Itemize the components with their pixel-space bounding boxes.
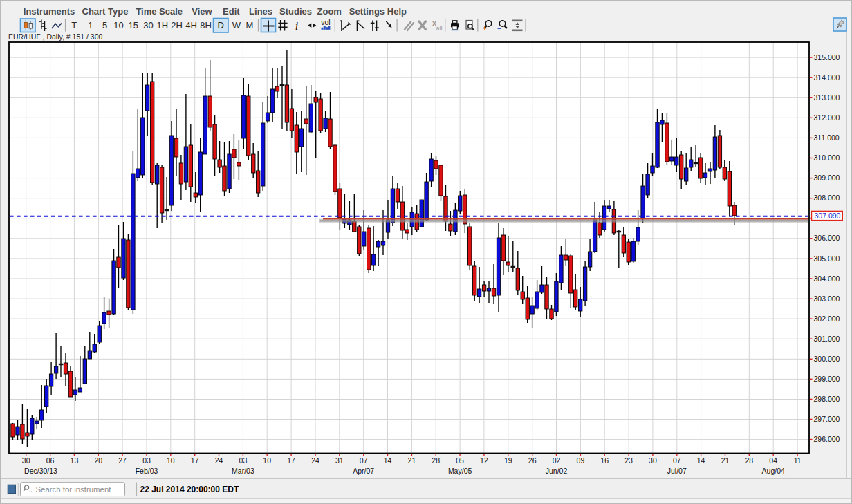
svg-text:297.000: 297.000 [814,415,840,423]
svg-text:10: 10 [113,20,123,30]
svg-text:30: 30 [22,456,30,465]
svg-text:i: i [295,20,298,32]
svg-text:Studies: Studies [279,6,312,17]
svg-text:28: 28 [745,456,753,465]
svg-text:17: 17 [191,456,199,465]
svg-text:13: 13 [71,456,79,465]
svg-text:309.000: 309.000 [814,174,840,182]
svg-text:Feb/03: Feb/03 [136,467,158,475]
svg-text:all: all [436,25,443,32]
svg-text:303.000: 303.000 [814,295,840,303]
svg-text:311.000: 311.000 [814,133,840,142]
svg-text:17: 17 [287,456,295,465]
svg-text:28: 28 [432,456,440,465]
svg-text:10: 10 [167,456,175,465]
svg-text:30: 30 [143,20,153,30]
svg-text:301.000: 301.000 [814,335,840,343]
svg-text:10: 10 [263,456,271,465]
svg-text:24: 24 [215,456,223,465]
svg-text:09: 09 [577,456,585,465]
svg-text:27: 27 [118,456,127,465]
svg-text:02: 02 [553,456,561,465]
svg-text:Lines: Lines [249,6,272,17]
svg-text:Jun/02: Jun/02 [546,467,568,475]
svg-text:16: 16 [600,456,609,465]
svg-text:296.000: 296.000 [814,435,840,443]
svg-text:8H: 8H [200,20,212,30]
svg-text:D: D [218,20,224,30]
svg-text:4H: 4H [185,20,197,30]
svg-text:05: 05 [456,456,464,465]
svg-text:Dec/30/13: Dec/30/13 [24,467,57,475]
svg-text:299.000: 299.000 [814,375,840,383]
svg-text:Edit: Edit [223,6,240,17]
svg-text:May/05: May/05 [448,467,472,475]
svg-text:298.000: 298.000 [814,395,840,403]
svg-text:304.000: 304.000 [814,274,840,283]
svg-text:Settings: Settings [349,6,385,17]
svg-text:12: 12 [480,456,488,465]
svg-text:20: 20 [94,456,102,465]
svg-text:06: 06 [46,456,55,465]
svg-text:Aug/04: Aug/04 [762,467,785,475]
svg-text:1: 1 [88,20,93,30]
svg-text:04: 04 [769,456,777,465]
svg-text:314.000: 314.000 [814,73,840,82]
svg-text:vol: vol [321,18,330,26]
svg-text:EUR/HUF , Daily, # 151 / 300: EUR/HUF , Daily, # 151 / 300 [8,32,103,41]
svg-text:310.000: 310.000 [814,153,840,162]
svg-text:M: M [246,20,254,30]
svg-text:Zoom: Zoom [317,6,342,17]
svg-text:21: 21 [408,456,416,465]
svg-text:07: 07 [360,456,368,465]
svg-text:W: W [232,20,241,30]
svg-text:22 Jul 2014 20:00:00 EDT: 22 Jul 2014 20:00:00 EDT [140,485,239,494]
svg-text:1H: 1H [156,20,168,30]
svg-text:11: 11 [794,456,802,465]
svg-text:5: 5 [102,20,107,30]
svg-text:Search for instrument: Search for instrument [36,485,112,494]
svg-text:19: 19 [504,456,512,465]
svg-text:Help: Help [387,6,407,17]
svg-text:14: 14 [384,456,392,465]
svg-text:302.000: 302.000 [814,315,840,323]
svg-text:14: 14 [697,456,705,465]
svg-text:24: 24 [311,456,320,465]
svg-text:Apr/07: Apr/07 [353,467,374,475]
svg-text:Instruments: Instruments [24,6,75,17]
svg-text:306.000: 306.000 [814,234,840,242]
svg-text:T: T [71,20,77,30]
svg-text:23: 23 [624,456,633,465]
svg-text:15: 15 [128,20,138,30]
svg-text:300.000: 300.000 [814,355,840,363]
svg-text:26: 26 [528,456,537,465]
svg-text:03: 03 [142,456,151,465]
svg-text:Time Scale: Time Scale [136,6,183,17]
svg-text:305.000: 305.000 [814,254,840,263]
svg-text:03: 03 [239,456,248,465]
svg-text:Chart Type: Chart Type [82,6,129,17]
svg-text:313.000: 313.000 [814,93,840,102]
svg-text:Jul/07: Jul/07 [667,467,687,475]
svg-text:View: View [192,6,212,17]
svg-text:308.000: 308.000 [814,194,840,202]
svg-text:21: 21 [721,456,730,465]
svg-text:30: 30 [649,456,657,465]
svg-text:315.000: 315.000 [814,53,840,62]
svg-text:307.090: 307.090 [815,212,841,220]
svg-text:312.000: 312.000 [814,113,840,122]
svg-text:31: 31 [335,456,344,465]
svg-text:Mar/03: Mar/03 [232,467,254,475]
svg-text:07: 07 [673,456,681,465]
svg-text:2H: 2H [171,20,183,30]
